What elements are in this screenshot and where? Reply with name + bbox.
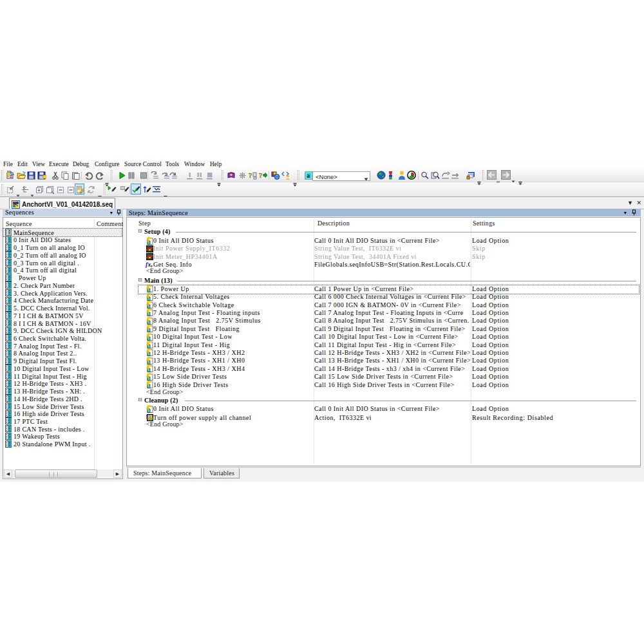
svg-text:?: ? bbox=[259, 171, 263, 179]
svg-text:a: a bbox=[307, 172, 310, 179]
svg-text:?: ? bbox=[249, 171, 252, 179]
